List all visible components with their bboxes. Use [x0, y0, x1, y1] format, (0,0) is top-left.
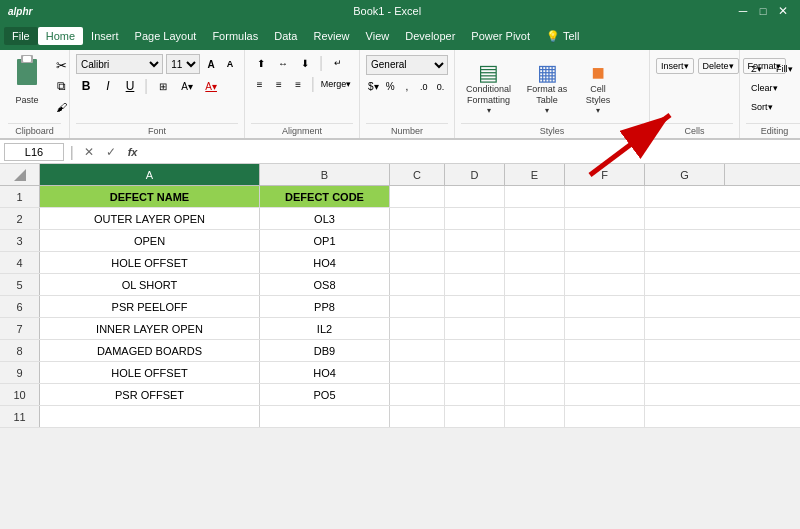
cell-e[interactable]	[505, 296, 565, 317]
cell-a[interactable]: DAMAGED BOARDS	[40, 340, 260, 361]
col-header-b[interactable]: B	[260, 164, 390, 185]
menu-power-pivot[interactable]: Power Pivot	[463, 27, 538, 45]
fill-color-button[interactable]: A▾	[176, 77, 198, 95]
cell-b[interactable]: HO4	[260, 362, 390, 383]
border-button[interactable]: ⊞	[152, 77, 174, 95]
cell-b[interactable]: PO5	[260, 384, 390, 405]
cell-f[interactable]	[565, 252, 645, 273]
copy-button[interactable]: ⧉	[50, 77, 72, 95]
cell-a[interactable]	[40, 406, 260, 427]
bold-button[interactable]: B	[76, 77, 96, 95]
font-shrink-button[interactable]: A	[222, 55, 238, 73]
cell-f[interactable]	[565, 230, 645, 251]
cell-g[interactable]	[645, 406, 725, 427]
align-center-button[interactable]: ≡	[270, 75, 287, 93]
cell-f[interactable]	[565, 318, 645, 339]
currency-button[interactable]: $▾	[366, 78, 381, 96]
cell-e[interactable]	[505, 252, 565, 273]
cut-button[interactable]: ✂	[50, 56, 72, 74]
cell-g[interactable]	[645, 230, 725, 251]
cell-g[interactable]	[645, 274, 725, 295]
cell-e[interactable]	[505, 230, 565, 251]
col-header-a[interactable]: A	[40, 164, 260, 185]
cell-b[interactable]: OL3	[260, 208, 390, 229]
cell-c[interactable]	[390, 208, 445, 229]
fill-button[interactable]: Fill▾	[771, 61, 798, 77]
col-header-f[interactable]: F	[565, 164, 645, 185]
paste-button[interactable]: Paste	[8, 54, 46, 105]
cancel-formula-button[interactable]: ✕	[80, 143, 98, 161]
cell-d[interactable]	[445, 406, 505, 427]
cell-b[interactable]: PP8	[260, 296, 390, 317]
align-middle-button[interactable]: ↔	[273, 54, 293, 72]
cell-e[interactable]	[505, 274, 565, 295]
cell-g[interactable]	[645, 252, 725, 273]
cell-c[interactable]	[390, 274, 445, 295]
number-format-select[interactable]: General	[366, 55, 448, 75]
format-table-button[interactable]: ▦ Format asTable ▾	[522, 59, 572, 118]
cell-g[interactable]	[645, 296, 725, 317]
cell-f[interactable]	[565, 340, 645, 361]
cell-g[interactable]	[645, 362, 725, 383]
align-bottom-button[interactable]: ⬇	[295, 54, 315, 72]
cell-b[interactable]	[260, 406, 390, 427]
wrap-text-button[interactable]: ↵	[327, 54, 349, 72]
confirm-formula-button[interactable]: ✓	[102, 143, 120, 161]
cell-f[interactable]	[565, 406, 645, 427]
align-right-button[interactable]: ≡	[289, 75, 306, 93]
cell-c[interactable]	[390, 230, 445, 251]
cell-a[interactable]: HOLE OFFSET	[40, 252, 260, 273]
cell-b[interactable]: DB9	[260, 340, 390, 361]
cell-d[interactable]	[445, 230, 505, 251]
font-grow-button[interactable]: A	[203, 55, 219, 73]
cell-a[interactable]: HOLE OFFSET	[40, 362, 260, 383]
cell-f[interactable]	[565, 186, 645, 207]
cell-a[interactable]: PSR OFFSET	[40, 384, 260, 405]
close-button[interactable]: ✕	[774, 3, 792, 19]
cell-d[interactable]	[445, 208, 505, 229]
cell-e[interactable]	[505, 208, 565, 229]
cell-c[interactable]	[390, 340, 445, 361]
cell-d[interactable]	[445, 362, 505, 383]
col-header-c[interactable]: C	[390, 164, 445, 185]
cell-e[interactable]	[505, 186, 565, 207]
minimize-button[interactable]: ─	[734, 3, 752, 19]
cell-a[interactable]: OL SHORT	[40, 274, 260, 295]
menu-view[interactable]: View	[358, 27, 398, 45]
cell-f[interactable]	[565, 208, 645, 229]
menu-review[interactable]: Review	[305, 27, 357, 45]
cell-c[interactable]	[390, 318, 445, 339]
cell-d[interactable]	[445, 274, 505, 295]
cell-e[interactable]	[505, 384, 565, 405]
decrease-decimal-button[interactable]: 0.	[433, 78, 448, 96]
cell-e[interactable]	[505, 362, 565, 383]
col-header-d[interactable]: D	[445, 164, 505, 185]
cell-b[interactable]: OS8	[260, 274, 390, 295]
cell-c[interactable]	[390, 296, 445, 317]
maximize-button[interactable]: □	[754, 3, 772, 19]
cell-g[interactable]	[645, 340, 725, 361]
formula-input[interactable]	[145, 146, 796, 158]
align-top-button[interactable]: ⬆	[251, 54, 271, 72]
cell-d[interactable]	[445, 318, 505, 339]
insert-cells-button[interactable]: Insert▾	[656, 58, 694, 74]
menu-home[interactable]: Home	[38, 27, 83, 45]
cell-a[interactable]: PSR PEELOFF	[40, 296, 260, 317]
percent-button[interactable]: %	[383, 78, 398, 96]
menu-page-layout[interactable]: Page Layout	[127, 27, 205, 45]
cell-c[interactable]	[390, 406, 445, 427]
cell-g[interactable]	[645, 208, 725, 229]
col-header-e[interactable]: E	[505, 164, 565, 185]
cell-c[interactable]	[390, 186, 445, 207]
cell-a[interactable]: DEFECT NAME	[40, 186, 260, 207]
sort-filter-button[interactable]: Sort▾	[746, 99, 778, 115]
cell-d[interactable]	[445, 186, 505, 207]
cell-a[interactable]: OUTER LAYER OPEN	[40, 208, 260, 229]
cell-b[interactable]: DEFECT CODE	[260, 186, 390, 207]
font-size-select[interactable]: 11	[166, 54, 200, 74]
clear-button[interactable]: Clear▾	[746, 80, 783, 96]
cell-c[interactable]	[390, 362, 445, 383]
font-color-button[interactable]: A▾	[200, 77, 222, 95]
menu-developer[interactable]: Developer	[397, 27, 463, 45]
menu-tell[interactable]: 💡 Tell	[538, 27, 587, 46]
